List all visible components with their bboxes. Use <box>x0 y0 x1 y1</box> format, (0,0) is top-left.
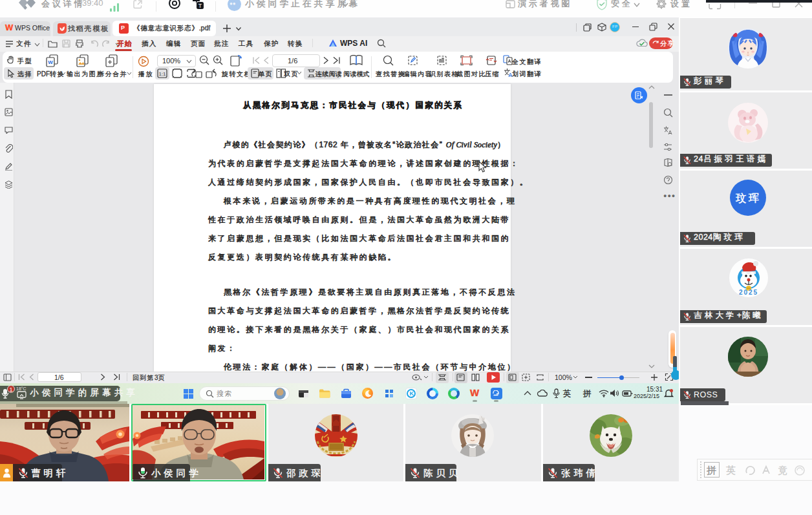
svg-text:1:1: 1:1 <box>158 71 166 77</box>
svg-text:W: W <box>48 59 53 65</box>
svg-text:2025: 2025 <box>739 289 758 296</box>
svg-text:T: T <box>198 3 202 9</box>
